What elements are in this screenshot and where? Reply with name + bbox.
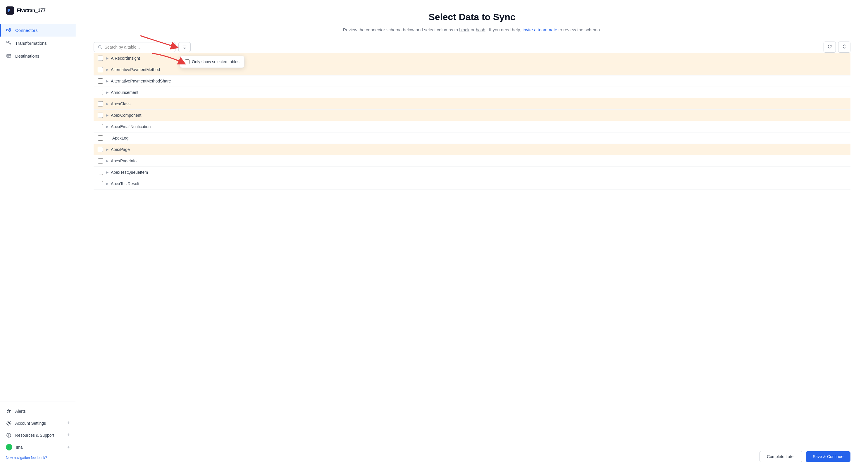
resources-icon [6,432,12,438]
filter-button[interactable] [178,42,191,52]
row-name: ApexEmailNotification [111,124,151,129]
row-expand-icon[interactable]: ▶ [106,182,108,186]
connectors-label: Connectors [15,28,38,33]
collapse-icon [842,44,847,49]
sidebar-item-connectors[interactable]: Connectors [0,24,76,37]
refresh-icon [827,44,832,49]
row-expand-icon[interactable]: ▶ [106,102,108,106]
row-expand-icon[interactable]: ▶ [106,90,108,94]
row-checkbox[interactable] [98,158,103,163]
svg-rect-6 [7,41,8,43]
row-checkbox[interactable] [98,147,103,152]
table-row[interactable]: ▶ ApexTestQueueItem [94,167,850,178]
user-avatar: I [6,444,12,450]
svg-point-3 [10,31,11,32]
svg-point-11 [8,423,10,424]
block-link[interactable]: block [459,27,469,32]
alerts-label: Alerts [15,409,26,414]
table-row[interactable]: ApexLog [94,132,850,144]
table-row[interactable]: ▶ ApexEmailNotification [94,121,850,132]
collapse-button[interactable] [838,41,850,53]
connectors-icon [6,27,12,33]
destinations-label: Destinations [15,54,39,59]
feedback-link[interactable]: New navigation feedback? [0,454,76,465]
row-expand-icon[interactable]: ▶ [106,170,108,174]
svg-rect-0 [6,6,14,14]
svg-point-1 [6,29,8,31]
row-checkbox[interactable] [98,170,103,175]
account-settings-icon [6,420,12,426]
table-row[interactable]: ▶ ApexPageInfo [94,155,850,167]
row-expand-icon[interactable]: ▶ [106,159,108,163]
toolbar: Only show selected tables [94,41,850,53]
subtitle-middle: . If you need help, [487,27,522,32]
search-box[interactable] [94,42,176,52]
hash-link[interactable]: hash [476,27,486,32]
table-row[interactable]: ▶ ApexTestResult [94,178,850,190]
row-name: ApexClass [111,101,130,106]
only-selected-checkbox[interactable] [185,59,189,64]
footer: Complete Later Save & Continue [76,445,868,468]
row-name: ApexLog [112,136,128,141]
row-expand-icon[interactable]: ▶ [106,56,108,60]
sidebar-item-account-settings[interactable]: Account Settings + [0,417,76,429]
svg-line-4 [8,29,10,30]
user-plus[interactable]: + [67,444,70,450]
row-name: AlternativePaymentMethodShare [111,79,171,83]
table-list: ▶ AIRecordInsight ▶ AlternativePaymentMe… [94,53,850,190]
sidebar-item-resources-support[interactable]: Resources & Support + [0,429,76,441]
subtitle-suffix: to review the schema. [559,27,601,32]
table-row[interactable]: ▶ ApexClass [94,98,850,110]
row-checkbox[interactable] [98,113,103,118]
page-subtitle: Review the connector schema below and se… [94,27,850,32]
invite-link[interactable]: invite a teammate [523,27,557,32]
row-checkbox[interactable] [98,101,103,106]
row-name: Announcement [111,90,138,95]
search-input[interactable] [105,45,171,50]
sidebar-item-transformations[interactable]: Transformations [0,37,76,50]
row-checkbox[interactable] [98,90,103,95]
alerts-icon [6,408,12,414]
sidebar-item-alerts[interactable]: Alerts [0,405,76,417]
table-row[interactable]: ▶ AlternativePaymentMethodShare [94,75,850,87]
svg-point-9 [8,56,8,57]
row-expand-icon[interactable]: ▶ [106,148,108,152]
fivetran-logo-icon [6,6,14,14]
filter-dropdown: Only show selected tables [180,56,245,68]
sidebar-item-destinations[interactable]: Destinations [0,50,76,62]
main-content: Select Data to Sync Review the connector… [76,0,868,445]
table-row[interactable]: ▶ Announcement [94,87,850,98]
row-name: ApexPageInfo [111,159,136,163]
row-name: ApexTestQueueItem [111,170,148,175]
svg-line-5 [8,30,10,31]
refresh-button[interactable] [824,41,836,53]
user-name-label: Ima [16,445,23,449]
svg-line-14 [101,48,102,49]
resources-plus[interactable]: + [67,432,70,438]
account-settings-plus[interactable]: + [67,420,70,426]
row-checkbox[interactable] [98,181,103,186]
table-row[interactable]: ▶ ApexComponent [94,110,850,121]
row-expand-icon[interactable]: ▶ [106,68,108,72]
resources-support-label: Resources & Support [15,433,54,438]
complete-later-button[interactable]: Complete Later [760,451,802,462]
logo-area: Fivetran_177 [0,0,76,20]
svg-rect-8 [7,54,11,57]
sidebar: Fivetran_177 Connectors Transformations … [0,0,76,468]
row-checkbox[interactable] [98,124,103,129]
row-checkbox[interactable] [98,56,103,61]
row-checkbox[interactable] [98,67,103,72]
row-expand-icon[interactable]: ▶ [106,113,108,117]
svg-point-10 [8,56,9,57]
save-continue-button[interactable]: Save & Continue [806,451,850,462]
table-row[interactable]: ▶ ApexPage [94,144,850,155]
sidebar-item-user[interactable]: I Ima + [0,441,76,454]
row-checkbox[interactable] [98,79,103,84]
row-checkbox[interactable] [98,135,103,141]
only-selected-label[interactable]: Only show selected tables [192,59,240,64]
app-name: Fivetran_177 [17,8,45,13]
filter-icon [182,45,187,50]
row-expand-icon[interactable]: ▶ [106,79,108,83]
destinations-icon [6,53,12,59]
row-expand-icon[interactable]: ▶ [106,125,108,129]
